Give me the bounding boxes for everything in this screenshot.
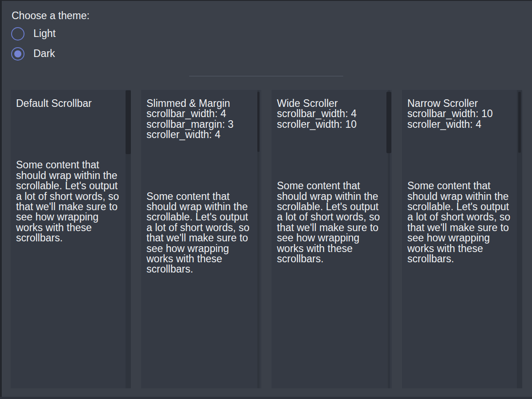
panel-content: Some content that should wrap within the… [407,181,515,264]
panel-params: scrollbar_width: 4 scroller_width: 10 [277,109,385,130]
radio-button-icon[interactable] [11,47,24,61]
scrollable-panel[interactable]: Narrow Scroller scrollbar_width: 10 scro… [402,90,522,388]
panel-title: Wide Scroller [277,98,385,109]
radio-button-icon[interactable] [11,27,24,41]
panel-title: Narrow Scroller [407,98,515,109]
window-edge-left [0,0,2,399]
radio-option-label[interactable]: Light [33,28,56,39]
scrollable-panel[interactable]: Default Scrollbar Some content that shou… [11,90,131,388]
panel-title: Default Scrollbar [16,98,124,109]
scrollable-panel[interactable]: Wide Scroller scrollbar_width: 4 scrolle… [272,90,392,388]
window-edge-top [0,0,532,1]
panel-params: scrollbar_width: 4 scrollbar_margin: 3 s… [146,109,254,140]
panel-content: Some content that should wrap within the… [277,181,385,264]
theme-chooser-label: Choose a theme: [12,11,89,21]
section-divider [189,76,343,77]
scrollbar-demo-columns: Default Scrollbar Some content that shou… [11,90,522,388]
radio-dot-icon [14,50,21,57]
scrollbar-thumb[interactable] [386,92,391,153]
radio-option-light[interactable]: Light [11,27,56,41]
panel-content: Some content that should wrap within the… [146,191,254,275]
scrollbar-thumb[interactable] [126,90,131,154]
scrollbar-thumb[interactable] [257,92,260,152]
scrollbar-thumb[interactable] [518,92,521,153]
panel-title: Slimmed & Margin [146,98,254,109]
scrollable-panel[interactable]: Slimmed & Margin scrollbar_width: 4 scro… [141,90,261,388]
panel-params: scrollbar_width: 10 scroller_width: 4 [407,109,515,130]
radio-option-label[interactable]: Dark [33,49,55,59]
panel-content: Some content that should wrap within the… [16,160,124,243]
window-edge-bottom [0,397,532,399]
radio-option-dark[interactable]: Dark [11,47,55,61]
